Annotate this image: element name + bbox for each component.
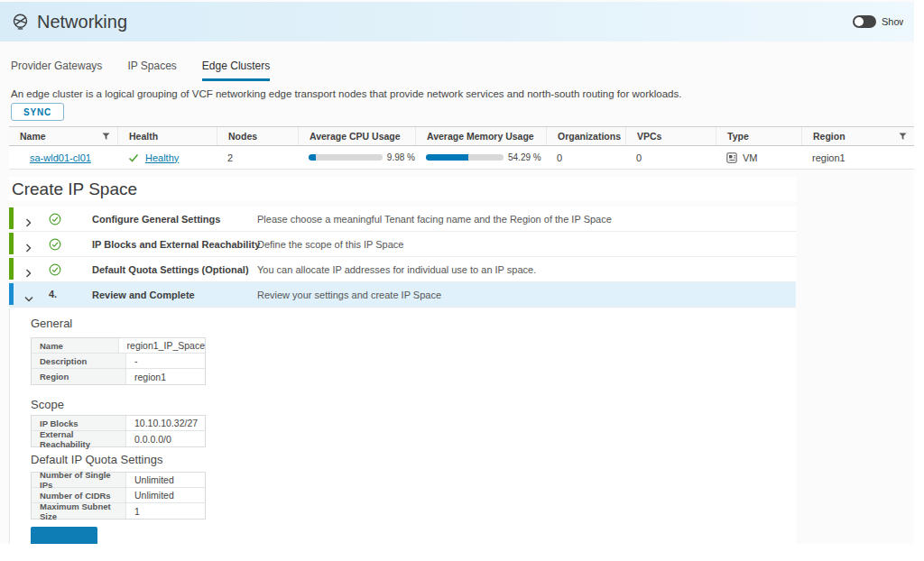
chevron-right-icon[interactable] — [24, 265, 32, 281]
type-label: VM — [743, 152, 758, 163]
column-header-cpu: Average CPU Usage — [298, 127, 415, 145]
cell-nodes: 2 — [217, 146, 298, 169]
step-title: Default Quota Settings (Optional) — [92, 264, 249, 275]
toggle-knob — [855, 17, 864, 26]
step-title: IP Blocks and External Reachability — [92, 239, 260, 250]
chevron-down-icon[interactable] — [24, 290, 33, 307]
edge-cluster-table: Name Health Nodes Average CPU Usage Aver… — [9, 126, 914, 170]
networking-page: Networking Show Provider Gateways IP Spa… — [0, 0, 914, 544]
review-row: Name region1_IP_Space — [32, 338, 205, 354]
cell-health: Healthy — [117, 146, 217, 169]
tab-bar: Provider Gateways IP Spaces Edge Cluster… — [11, 60, 270, 81]
filter-icon[interactable] — [102, 133, 110, 141]
review-panel: General Name region1_IP_Space Descriptio… — [9, 308, 796, 544]
step-title: Review and Complete — [92, 290, 195, 300]
review-row: Number of Single IPs Unlimited — [32, 473, 205, 488]
column-header-type: Type — [716, 127, 801, 145]
step-title: Configure General Settings — [92, 214, 220, 225]
tab-edge-clusters[interactable]: Edge Clusters — [202, 60, 270, 81]
cell-cpu-usage: 9.98 % — [298, 146, 415, 169]
scope-review-table: IP Blocks 10.10.10.32/27 External Reacha… — [31, 415, 206, 447]
table-header: Name Health Nodes Average CPU Usage Aver… — [9, 126, 914, 146]
column-header-name: Name — [9, 127, 117, 145]
column-header-nodes: Nodes — [217, 127, 298, 145]
column-header-vpcs: VPCs — [625, 127, 716, 145]
cell-organizations: 0 — [546, 146, 625, 169]
column-header-organizations: Organizations — [546, 127, 625, 145]
show-toggle[interactable] — [853, 15, 876, 28]
step-status-bar — [9, 233, 14, 254]
wizard-step-ip-blocks[interactable]: IP Blocks and External Reachability Defi… — [9, 232, 796, 257]
general-review-table: Name region1_IP_Space Description - Regi… — [31, 337, 206, 385]
page-title: Networking — [37, 12, 127, 32]
wizard-step-quota-settings[interactable]: Default Quota Settings (Optional) You ca… — [9, 257, 796, 282]
table-row[interactable]: sa-wld01-cl01 Healthy 2 9.98 % 54.29 % 0… — [9, 146, 914, 170]
step-complete-icon — [49, 213, 61, 229]
vm-icon — [726, 152, 737, 163]
column-header-region: Region — [801, 127, 914, 145]
cpu-usage-bar — [309, 154, 383, 161]
cell-vpcs: 0 — [625, 146, 716, 169]
cluster-name-link[interactable]: sa-wld01-cl01 — [30, 152, 91, 163]
step-complete-icon — [49, 263, 61, 280]
networking-icon — [11, 13, 30, 32]
step-status-bar — [9, 207, 14, 229]
review-row: Description - — [32, 354, 205, 369]
health-status-link[interactable]: Healthy — [145, 152, 179, 163]
column-header-memory: Average Memory Usage — [415, 127, 546, 145]
edge-cluster-description: An edge cluster is a logical grouping of… — [11, 88, 681, 99]
chevron-right-icon[interactable] — [24, 240, 32, 256]
healthy-check-icon — [128, 152, 139, 163]
cell-name: sa-wld01-cl01 — [9, 146, 117, 169]
step-active-bar — [9, 283, 14, 305]
cpu-usage-label: 9.98 % — [387, 152, 415, 162]
memory-usage-label: 54.29 % — [508, 152, 541, 162]
cell-region: region1 — [801, 146, 914, 169]
quota-section-heading: Default IP Quota Settings — [31, 453, 162, 466]
chevron-right-icon[interactable] — [24, 215, 32, 231]
wizard-title: Create IP Space — [9, 177, 796, 201]
finish-button[interactable] — [31, 527, 97, 544]
column-header-health: Health — [117, 127, 217, 145]
tab-ip-spaces[interactable]: IP Spaces — [127, 60, 176, 81]
show-toggle-group: Show — [853, 15, 903, 28]
review-row: Region region1 — [32, 369, 205, 384]
wizard-step-review-complete[interactable]: 4. Review and Complete Review your setti… — [9, 282, 796, 308]
quota-review-table: Number of Single IPs Unlimited Number of… — [31, 472, 206, 520]
step-description: Define the scope of this IP Space — [257, 239, 403, 250]
wizard-step-general-settings[interactable]: Configure General Settings Please choose… — [9, 207, 796, 232]
step-description: You can allocate IP addresses for indivi… — [257, 264, 536, 275]
step-description: Review your settings and create IP Space — [257, 290, 441, 300]
create-ip-space-wizard: Configure General Settings Please choose… — [9, 207, 796, 308]
show-toggle-label: Show — [882, 16, 903, 27]
filter-icon[interactable] — [899, 133, 907, 141]
step-complete-icon — [49, 238, 61, 254]
cell-memory-usage: 54.29 % — [415, 146, 546, 169]
general-section-heading: General — [31, 317, 72, 330]
step-status-bar — [9, 258, 14, 280]
memory-usage-bar — [426, 154, 504, 161]
cell-type: VM — [716, 146, 801, 169]
step-description: Please choose a meaningful Tenant facing… — [257, 214, 612, 225]
review-row: Maximum Subnet Size 1 — [32, 503, 205, 519]
review-row: External Reachability 0.0.0.0/0 — [32, 431, 205, 446]
page-header: Networking Show — [0, 2, 914, 41]
step-number: 4. — [49, 289, 57, 299]
sync-button[interactable]: SYNC — [11, 103, 64, 121]
scope-section-heading: Scope — [31, 398, 64, 411]
tab-provider-gateways[interactable]: Provider Gateways — [11, 60, 102, 81]
